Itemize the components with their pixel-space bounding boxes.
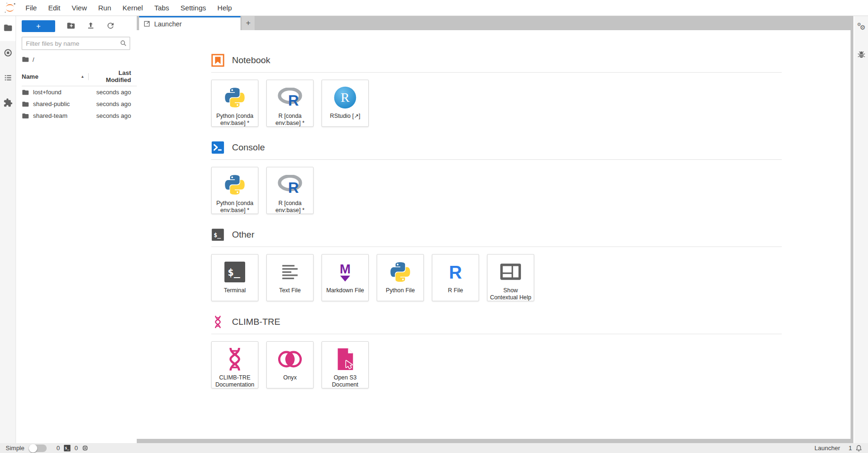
notebook-icon [211,54,224,67]
status-bar-left: Simple 0 $_ 0 [6,445,89,452]
launcher-panel: Notebook Python [conda env:base] *R R [c… [137,30,851,439]
card-label: Python [conda env:base] * [212,200,258,214]
upload-button[interactable] [86,22,95,31]
section-divider [211,159,782,160]
launcher-card-climb-tre-documentation[interactable]: CLIMB-TRE Documentation [211,341,258,388]
section-divider [211,72,782,73]
simple-mode-toggle[interactable] [29,445,47,452]
launcher-card-markdown-file[interactable]: M Markdown File [322,254,369,301]
svg-text:R: R [449,263,462,282]
bug-icon [857,49,866,61]
launcher-card-r-conda-env-base[interactable]: R R [conda env:base] * [266,80,314,127]
python-logo [389,259,412,285]
jupyterlab-app: FileEditViewRunKernelTabsSettingsHelp + [0,0,868,453]
section-header: Console [211,141,851,154]
search-icon [119,39,127,47]
r-file-icon: R [444,259,467,285]
svg-text:$_: $_ [65,446,70,450]
menu-edit[interactable]: Edit [42,4,66,12]
jupyter-logo [3,1,17,15]
launcher-card-show-contextual-help[interactable]: Show Contextual Help [487,254,534,301]
launcher-card-r-conda-env-base[interactable]: R R [conda env:base] * [266,167,314,214]
notification-count: 1 [849,445,852,452]
tab-bar: Launcher + [137,16,853,30]
folder-icon [22,89,29,96]
launcher-section-console: Console Python [conda env:base] *R R [co… [211,141,851,214]
terminal-icon: $_ [211,228,224,241]
section-header: CLIMB-TRE [211,315,851,329]
refresh-button[interactable] [106,22,115,31]
card-row: Python [conda env:base] *R R [conda env:… [211,80,851,127]
section-title: CLIMB-TRE [232,317,280,327]
launcher-card-open-s3-document[interactable]: Open S3 Document [322,341,369,388]
column-name[interactable]: Name ▲ [22,73,89,80]
new-launcher-button[interactable]: + [22,20,55,32]
breadcrumb[interactable]: / [16,50,137,67]
menu-run[interactable]: Run [92,4,117,12]
python-logo [223,85,247,110]
launcher-card-text-file[interactable]: Text File [266,254,314,301]
menu-help[interactable]: Help [212,4,238,12]
menu-tabs[interactable]: Tabs [149,4,175,12]
sidebar-tab-debugger[interactable] [856,50,867,60]
svg-text:⚙: ⚙ [860,24,865,31]
sidebar-tab-property-inspector[interactable]: ⚙⚙ [856,22,867,32]
dock-body: Notebook Python [conda env:base] *R R [c… [137,30,853,443]
sidebar-tab-extensions[interactable] [0,91,16,116]
file-browser-toolbar: + [16,16,137,35]
sidebar-tab-file-browser[interactable] [0,16,16,41]
new-folder-icon [66,21,75,32]
launcher-card-onyx[interactable]: Onyx [266,341,314,388]
chip-icon [82,445,89,452]
launcher-card-rstudio[interactable]: R RStudio [↗] [322,80,369,127]
card-label: Text File [278,287,302,294]
upload-icon [86,21,95,32]
file-row-lost-found[interactable]: lost+found seconds ago [16,86,137,98]
sidebar-tab-toc[interactable] [0,66,16,91]
main-dock-panel: Launcher + Notebook Python [conda env:ba… [137,16,853,443]
tab-label: Launcher [154,20,182,28]
card-label: R [conda env:base] * [267,200,313,214]
file-name: shared-team [33,112,96,119]
refresh-icon [106,21,115,32]
left-sidebar [0,16,16,443]
status-bar: Simple 0 $_ 0 Launcher 1 [0,443,868,453]
r-logo: R [277,85,303,110]
bell-icon[interactable] [855,445,862,452]
svg-text:$_: $_ [228,266,240,278]
svg-text:$_: $_ [214,231,221,239]
menu-settings[interactable]: Settings [175,4,212,12]
column-last-modified[interactable]: Last Modified [93,69,131,83]
rstudio-logo: R [333,85,357,110]
svg-text:R: R [288,92,299,107]
new-folder-button[interactable] [66,22,75,31]
file-row-shared-public[interactable]: shared-public seconds ago [16,98,137,110]
card-label: Terminal [223,287,247,294]
menu-items: FileEditViewRunKernelTabsSettingsHelp [20,0,238,16]
file-row-shared-team[interactable]: shared-team seconds ago [16,110,137,122]
launcher-card-terminal[interactable]: $_ Terminal [211,254,258,301]
file-modified: seconds ago [96,89,131,96]
launcher-card-python-file[interactable]: Python File [377,254,424,301]
card-label: Open S3 Document [322,374,368,388]
tab-launcher[interactable]: Launcher [139,16,240,30]
new-tab-button[interactable]: + [242,16,255,30]
contextual-help-icon [499,259,522,285]
simple-mode-label: Simple [6,445,25,452]
launcher-section-other: $_ Other $_ Terminal Text FileM Markdown… [211,228,851,301]
filter-files-input[interactable] [22,37,130,50]
sidebar-tab-running[interactable] [0,41,16,66]
launcher-card-r-file[interactable]: R R File [432,254,479,301]
terminal-icon: $_ [64,445,71,452]
card-label: Python File [384,287,416,294]
file-list: lost+found seconds ago shared-public sec… [16,86,137,122]
toggle-knob [29,444,37,453]
menu-view[interactable]: View [66,4,92,12]
menu-file[interactable]: File [20,4,42,12]
menu-kernel[interactable]: Kernel [117,4,149,12]
launcher-section-climb-tre: CLIMB-TRE CLIMB-TRE Documentation Onyx O… [211,315,851,388]
console-icon [211,141,224,154]
launcher-card-python-conda-env-base[interactable]: Python [conda env:base] * [211,80,258,127]
current-widget-label: Launcher [815,445,840,452]
launcher-card-python-conda-env-base[interactable]: Python [conda env:base] * [211,167,258,214]
